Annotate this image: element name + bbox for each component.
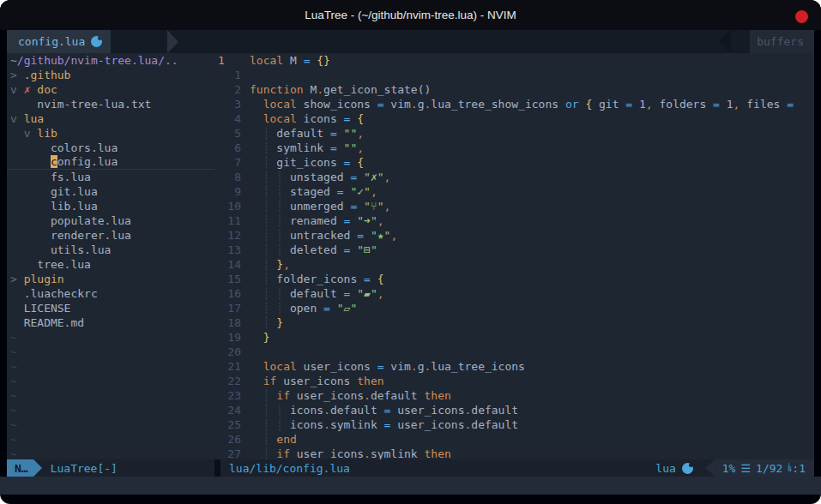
tree-root-path[interactable]: ~/github/nvim-tree.lua/..: [7, 53, 214, 68]
line-number: 3: [214, 97, 250, 111]
code-line[interactable]: 7 ┊ git_icons = {: [214, 155, 814, 170]
code-line[interactable]: 21 local user_icons = vim.g.lua_tree_ico…: [214, 359, 814, 374]
code-text: }: [250, 330, 269, 345]
line-number: 4: [214, 111, 250, 126]
cursor: c: [51, 155, 57, 168]
buffers-tab[interactable]: buffers: [750, 30, 814, 53]
code-line[interactable]: 16 ┊ ┊ default = "▰",: [214, 286, 814, 301]
code-line[interactable]: 1: [214, 68, 814, 82]
chevron-down-icon[interactable]: v: [10, 83, 17, 96]
line-number: 20: [214, 345, 250, 359]
tree-item-LICENSE[interactable]: LICENSE: [7, 301, 214, 315]
column-number: :1: [792, 462, 806, 475]
tree-item-nvim-tree-lua.txt[interactable]: nvim-tree-lua.txt: [7, 97, 214, 111]
line-number: 13: [214, 243, 250, 257]
code-line[interactable]: 22 if user_icons then: [214, 374, 814, 388]
line-number: 7: [214, 155, 250, 170]
tree-item-README.md[interactable]: README.md: [7, 315, 214, 330]
line-number: 23: [214, 388, 250, 403]
code-line[interactable]: 6 ┊ symlink = "",: [214, 141, 814, 155]
tree-item-fs.lua[interactable]: fs.lua: [7, 170, 214, 184]
code-line[interactable]: 17 ┊ ┊ open = "▱": [214, 301, 814, 315]
code-line[interactable]: 20: [214, 345, 814, 359]
tree-item-.luacheckrc[interactable]: .luacheckrc: [7, 286, 214, 301]
tree-item-git.lua[interactable]: git.lua: [7, 184, 214, 199]
code-line[interactable]: 25 ┊ ┊ icons.symlink = user_icons.defaul…: [214, 417, 814, 432]
code-text: if user_icons then: [250, 374, 384, 388]
tree-item-config.lua[interactable]: config.lua: [7, 155, 214, 170]
command-line[interactable]: [0, 477, 821, 495]
statusline: N… LuaTree[-] lua/lib/config.lua lua 1% …: [7, 459, 814, 477]
empty-line-tilde: ~: [7, 447, 214, 459]
editor-main: ~/github/nvim-tree.lua/..> .githubv ✗ do…: [7, 53, 814, 459]
mode-badge: N…: [7, 459, 33, 477]
code-window[interactable]: 1local M = {}12function M.get_icon_state…: [214, 53, 814, 459]
code-line[interactable]: 2function M.get_icon_state(): [214, 82, 814, 97]
line-number: 6: [214, 141, 250, 155]
code-line[interactable]: 5 ┊ default = "",: [214, 126, 814, 141]
code-line[interactable]: 10 ┊ ┊ unmerged = "⑂",: [214, 199, 814, 213]
empty-line-tilde: ~: [7, 432, 214, 447]
line-number: 24: [214, 403, 250, 417]
tree-buffer-title: LuaTree[-]: [51, 462, 118, 475]
line-number: 18: [214, 315, 250, 330]
chevron-right-icon[interactable]: >: [10, 69, 17, 81]
code-text: local show_icons = vim.g.lua_tree_show_i…: [250, 97, 794, 111]
code-line[interactable]: 15 ┊ folder_icons = {: [214, 272, 814, 286]
empty-line-tilde: ~: [7, 417, 214, 432]
code-text: ┊ ┊ default = "▰",: [250, 286, 384, 301]
code-text: ┊ end: [250, 432, 297, 447]
line-number: 21: [214, 359, 250, 374]
tree-item-tree.lua[interactable]: tree.lua: [7, 257, 214, 272]
line-number: 26: [214, 432, 250, 447]
tree-item-plugin[interactable]: > plugin: [7, 272, 214, 286]
powerline-arrow-icon: [167, 30, 178, 53]
empty-line-tilde: ~: [7, 403, 214, 417]
line-number: 27: [214, 447, 250, 459]
code-line[interactable]: 13 ┊ ┊ deleted = "⊟": [214, 243, 814, 257]
code-text: ┊ ┊ staged = "✓",: [250, 184, 377, 199]
tree-item-populate.lua[interactable]: populate.lua: [7, 213, 214, 228]
chevron-down-icon[interactable]: v: [10, 112, 17, 125]
file-tree[interactable]: ~/github/nvim-tree.lua/..> .githubv ✗ do…: [7, 53, 214, 459]
line-number: 10: [214, 199, 250, 213]
code-text: ┊ }: [250, 315, 283, 330]
code-text: ┊ default = "",: [250, 126, 364, 141]
code-line[interactable]: 3 local show_icons = vim.g.lua_tree_show…: [214, 97, 814, 111]
tree-item-colors.lua[interactable]: colors.lua: [7, 141, 214, 155]
code-line[interactable]: 4 local icons = {: [214, 111, 814, 126]
code-line[interactable]: 23 ┊ if user_icons.default then: [214, 388, 814, 403]
tree-item-lua[interactable]: v lua: [7, 111, 214, 126]
code-line[interactable]: 11 ┊ ┊ renamed = "➜",: [214, 213, 814, 228]
code-line[interactable]: 24 ┊ ┊ icons.default = user_icons.defaul…: [214, 403, 814, 417]
tab-config-lua[interactable]: config.lua: [7, 30, 111, 53]
close-button[interactable]: [795, 10, 808, 23]
code-line[interactable]: 27 ┊ if user_icons.symlink then: [214, 447, 814, 459]
powerline-arrow-icon: [705, 459, 715, 477]
code-line[interactable]: 26 ┊ end: [214, 432, 814, 447]
line-number: 17: [214, 301, 250, 315]
empty-line-tilde: ~: [7, 388, 214, 403]
code-line[interactable]: 18 ┊ }: [214, 315, 814, 330]
tree-item-lib.lua[interactable]: lib.lua: [7, 199, 214, 213]
code-text: ┊ ┊ open = "▱": [250, 301, 357, 315]
empty-line-tilde: ~: [7, 330, 214, 345]
tab-label: config.lua: [18, 35, 85, 48]
code-line[interactable]: 9 ┊ ┊ staged = "✓",: [214, 184, 814, 199]
code-text: ┊ if user_icons.default then: [250, 388, 451, 403]
code-text: local icons = {: [250, 111, 364, 126]
line-number: 12: [214, 228, 250, 243]
code-line[interactable]: 19 }: [214, 330, 814, 345]
position-stats: 1% ☰ 1/92 LN :1: [715, 459, 814, 477]
tree-item-doc[interactable]: v ✗ doc: [7, 82, 214, 97]
chevron-right-icon[interactable]: >: [10, 273, 17, 285]
powerline-arrow-icon: [33, 459, 42, 477]
tree-item-.github[interactable]: > .github: [7, 68, 214, 82]
code-line[interactable]: 8 ┊ ┊ unstaged = "✗",: [214, 170, 814, 184]
code-line[interactable]: 12 ┊ ┊ untracked = "★",: [214, 228, 814, 243]
tree-item-utils.lua[interactable]: utils.lua: [7, 243, 214, 257]
code-line[interactable]: 14 ┊ },: [214, 257, 814, 272]
tree-item-renderer.lua[interactable]: renderer.lua: [7, 228, 214, 243]
code-line[interactable]: 1local M = {}: [214, 53, 814, 68]
tree-item-lib[interactable]: v lib: [7, 126, 214, 141]
